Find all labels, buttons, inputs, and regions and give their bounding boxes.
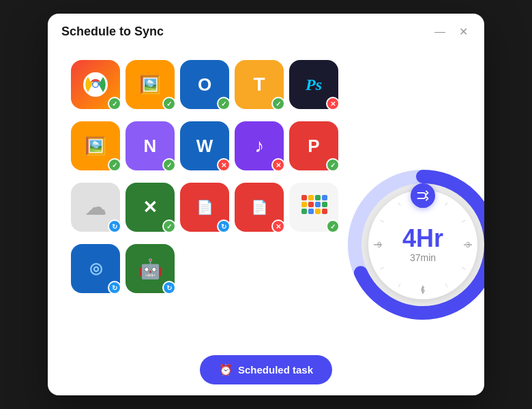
app-icon-inner-word1: O✓ [180,60,229,109]
svg-rect-14 [322,209,327,214]
app-icon-inner-music: ♪✕ [235,121,284,170]
badge-ppt: ✓ [326,158,340,172]
svg-rect-8 [308,202,314,207]
window-title: Schedule to Sync [61,25,164,39]
svg-text:9: 9 [377,241,381,249]
scheduled-task-button[interactable]: ⏰ Scheduled task [200,355,332,384]
minimize-button[interactable]: — [432,25,448,39]
app-icon-text[interactable]: T✓ [235,60,284,109]
clock-hours: 4Hr [402,226,443,251]
app-icon-inner-pdf1: 📄↻ [180,183,229,232]
title-bar: Schedule to Sync — ✕ [48,14,484,47]
svg-rect-12 [308,209,314,214]
window-controls: — ✕ [432,25,471,39]
svg-line-26 [381,267,384,269]
app-icon-pdf1[interactable]: 📄↻ [180,183,229,232]
clock-minutes: 37min [410,252,436,263]
svg-rect-7 [301,202,307,207]
svg-rect-4 [308,195,314,200]
clock-inner: 12 3 6 9 4Hr 37min [368,190,477,299]
badge-android: ↻ [162,281,176,294]
badge-notion: ✓ [162,158,176,172]
svg-rect-13 [315,209,321,214]
close-button[interactable]: ✕ [456,25,471,39]
badge-xls: ✓ [162,219,176,233]
svg-line-21 [445,202,447,206]
app-icon-inner-ppt: P✓ [289,121,338,170]
svg-line-25 [398,284,400,287]
badge-music: ✕ [271,158,285,172]
app-icon-inner-notion: N✓ [125,121,175,170]
svg-line-27 [381,220,384,222]
svg-point-2 [93,82,98,87]
badge-photoshop: ✕ [326,97,340,110]
app-icon-inner-xls: ✕✓ [125,183,175,232]
badge-gallery1: ✓ [162,97,176,110]
badge-chrome: ✓ [108,97,121,110]
shuffle-svg [416,189,430,202]
app-icon-inner-word2: W✕ [180,121,229,170]
app-icon-notion[interactable]: N✓ [125,121,175,170]
clock-icon: ⏰ [219,363,233,376]
svg-text:6: 6 [421,286,425,294]
app-icon-inner-android: 🤖↻ [125,244,175,293]
svg-rect-9 [315,202,321,207]
app-icon-cloud[interactable]: ☁↻ [71,183,120,232]
svg-line-24 [445,284,447,287]
app-icon-apps[interactable]: ✓ [289,183,338,232]
svg-rect-11 [301,209,307,214]
app-icon-pdf2[interactable]: 📄✕ [235,183,284,232]
app-icon-ring[interactable]: ◎↻ [71,244,120,293]
badge-cloud: ↻ [108,219,121,233]
app-icon-inner-pdf2: 📄✕ [235,183,284,232]
clock-outer: 12 3 6 9 4Hr 37min [348,170,484,320]
badge-word2: ✕ [217,158,231,172]
badge-gallery2: ✓ [108,158,121,172]
svg-text:3: 3 [466,241,470,249]
app-icon-photoshop[interactable]: Ps✕ [289,60,338,109]
svg-rect-10 [322,202,327,207]
svg-rect-3 [301,195,307,200]
app-icon-inner-chrome: ✓ [71,60,120,109]
app-icon-word1[interactable]: O✓ [180,60,229,109]
shuffle-icon [411,183,435,208]
badge-word1: ✓ [217,97,231,110]
app-icon-inner-gallery2: 🖼️✓ [71,121,120,170]
clock-container: 12 3 6 9 4Hr 37min [348,170,484,320]
app-icon-chrome[interactable]: ✓ [71,60,120,109]
app-icon-gallery1[interactable]: 🖼️✓ [125,60,175,109]
app-icon-xls[interactable]: ✕✓ [125,183,175,232]
bottom-bar: ⏰ Scheduled task [48,344,484,395]
main-window: Schedule to Sync — ✕ ✓🖼️✓O✓T✓Ps✕🖼️✓N✓W✕♪… [48,14,484,395]
svg-rect-5 [315,195,321,200]
app-icon-inner-apps: ✓ [289,183,338,232]
svg-line-22 [462,220,465,222]
app-icon-android[interactable]: 🤖↻ [125,244,175,293]
badge-text: ✓ [271,97,285,110]
app-icon-inner-gallery1: 🖼️✓ [125,60,175,109]
app-icon-inner-text: T✓ [235,60,284,109]
app-icon-word2[interactable]: W✕ [180,121,229,170]
app-icon-inner-cloud: ☁↻ [71,183,120,232]
badge-apps: ✓ [326,219,340,233]
clock-time-display: 4Hr 37min [402,226,443,263]
svg-rect-6 [322,195,327,200]
svg-line-28 [398,202,400,206]
app-icon-gallery2[interactable]: 🖼️✓ [71,121,120,170]
badge-pdf1: ↻ [217,219,231,233]
scheduled-task-label: Scheduled task [238,364,313,376]
badge-ring: ↻ [108,281,121,294]
badge-pdf2: ✕ [271,219,285,233]
svg-line-23 [462,267,465,269]
app-icon-music[interactable]: ♪✕ [235,121,284,170]
content-area: ✓🖼️✓O✓T✓Ps✕🖼️✓N✓W✕♪✕P✓☁↻✕✓📄↻📄✕ ✓◎↻🤖↻ [48,47,484,344]
app-icon-inner-ring: ◎↻ [71,244,120,293]
app-icon-ppt[interactable]: P✓ [289,121,338,170]
app-icon-inner-photoshop: Ps✕ [289,60,338,109]
